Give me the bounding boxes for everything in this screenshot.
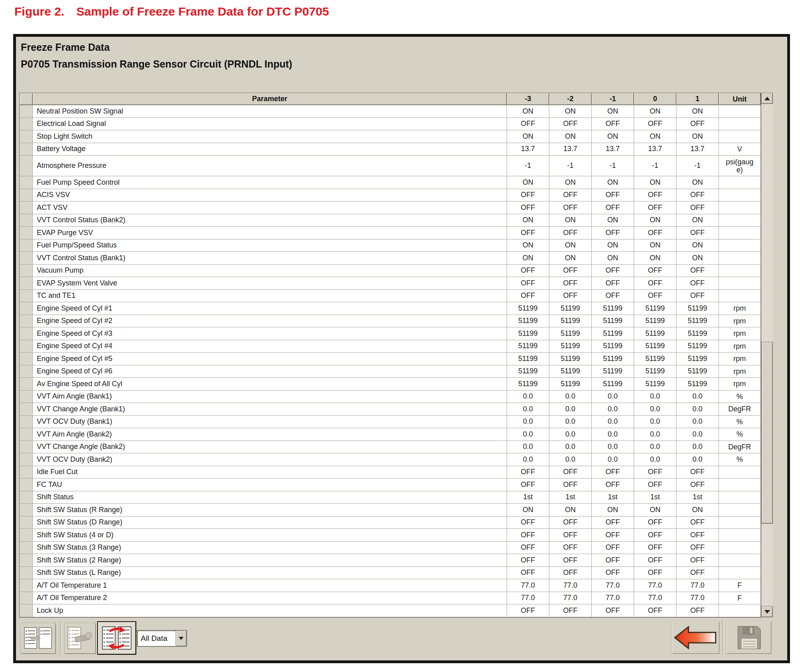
row-gutter-cell — [20, 143, 33, 156]
transfer-lists-icon — [101, 625, 133, 651]
table-row[interactable]: Atmosphere Pressure-1-1-1-1-1psi(gauge) — [20, 156, 761, 176]
value-cell-1: 0.0 — [676, 391, 719, 403]
table-row[interactable]: Vacuum PumpOFFOFFOFFOFFOFF — [20, 265, 761, 277]
value-cell-0: OFF — [634, 118, 676, 131]
row-gutter-cell — [20, 189, 33, 202]
table-row[interactable]: TC and TE1OFFOFFOFFOFFOFF — [20, 290, 761, 303]
scroll-up-button[interactable] — [761, 93, 773, 104]
table-row[interactable]: Idle Fuel CutOFFOFFOFFOFFOFF — [20, 466, 761, 479]
table-row[interactable]: EVAP Purge VSVOFFOFFOFFOFFOFF — [20, 227, 761, 239]
header-zero[interactable]: 0 — [634, 93, 676, 105]
row-gutter-cell — [20, 416, 33, 429]
table-row[interactable]: Engine Speed of Cyl #5511995119951199511… — [20, 353, 761, 365]
value-cell-1: 0.0 — [676, 453, 719, 466]
dual-list-button[interactable] — [21, 623, 56, 654]
unit-cell — [719, 504, 761, 516]
table-row[interactable]: Engine Speed of Cyl #4511995119951199511… — [20, 340, 761, 353]
table-row[interactable]: Stop Light SwitchONONONONON — [20, 130, 761, 143]
header-minus1[interactable]: -1 — [592, 93, 634, 105]
scroll-down-button[interactable] — [761, 606, 773, 617]
table-row[interactable]: FC TAUOFFOFFOFFOFFOFF — [20, 479, 761, 491]
value-cell-1: 0.0 — [676, 428, 719, 441]
value-cell-0: ON — [634, 105, 676, 118]
table-row[interactable]: A/T Oil Temperature 277.077.077.077.077.… — [20, 592, 761, 605]
value-cell--1: ON — [592, 105, 634, 118]
figure-title: Figure 2.Sample of Freeze Frame Data for… — [14, 5, 329, 18]
table-row[interactable]: VVT Aim Angle (Bank2)0.00.00.00.00.0% — [20, 428, 761, 441]
table-row[interactable]: Shift SW Status (L Range)OFFOFFOFFOFFOFF — [20, 567, 761, 580]
value-cell--1: 0.0 — [592, 428, 634, 441]
parameter-cell: Idle Fuel Cut — [33, 466, 507, 479]
header-minus3[interactable]: -3 — [507, 93, 549, 105]
compare-lists-button[interactable] — [97, 621, 136, 655]
value-cell--1: 0.0 — [592, 453, 634, 466]
value-cell--3: OFF — [507, 466, 549, 479]
table-row[interactable]: Shift Status1st1st1st1st1st — [20, 491, 761, 504]
table-row[interactable]: Electrical Load SignalOFFOFFOFFOFFOFF — [20, 118, 761, 131]
table-row[interactable]: VVT Aim Angle (Bank1)0.00.00.00.00.0% — [20, 391, 761, 403]
save-button[interactable] — [726, 621, 772, 654]
table-row[interactable]: Av Engine Speed of All Cyl51199511995119… — [20, 378, 761, 391]
header-unit[interactable]: Unit — [719, 93, 761, 105]
scrollbar-thumb[interactable] — [761, 342, 773, 524]
unit-cell: F — [719, 579, 761, 592]
table-row[interactable]: Lock UpOFFOFFOFFOFFOFF — [20, 604, 761, 617]
parameter-cell: Electrical Load Signal — [33, 118, 507, 131]
value-cell--2: OFF — [549, 118, 592, 131]
value-cell--2: 51199 — [549, 302, 592, 315]
header-one[interactable]: 1 — [676, 93, 719, 105]
value-cell-1: OFF — [676, 290, 719, 303]
value-cell--2: 13.7 — [549, 143, 592, 156]
table-row[interactable]: Engine Speed of Cyl #6511995119951199511… — [20, 365, 761, 378]
table-row[interactable]: Fuel Pump/Speed StatusONONONONON — [20, 239, 761, 252]
table-row[interactable]: Battery Voltage13.713.713.713.713.7V — [20, 143, 761, 156]
table-row[interactable]: Shift SW Status (R Range)ONONONONON — [20, 504, 761, 516]
value-cell--3: -1 — [507, 156, 549, 176]
row-gutter-cell — [20, 516, 33, 529]
unit-cell: rpm — [719, 327, 761, 340]
table-row[interactable]: Shift SW Status (4 or D)OFFOFFOFFOFFOFF — [20, 529, 761, 542]
value-cell--2: 51199 — [549, 315, 592, 328]
value-cell--1: OFF — [592, 604, 634, 617]
row-gutter-cell — [20, 105, 33, 118]
table-row[interactable]: Neutral Position SW SignalONONONONON — [20, 105, 761, 118]
value-cell--2: ON — [549, 176, 592, 189]
value-cell--2: 1st — [549, 491, 592, 504]
data-filter-combobox[interactable]: All Data — [137, 630, 187, 647]
header-minus2[interactable]: -2 — [549, 93, 592, 105]
unit-cell: rpm — [719, 340, 761, 353]
parameter-cell: VVT Change Angle (Bank1) — [33, 403, 507, 416]
table-row[interactable]: Fuel Pump Speed ControlONONONONON — [20, 176, 761, 189]
combo-dropdown-button[interactable] — [176, 631, 186, 646]
header-parameter[interactable]: Parameter — [33, 93, 507, 105]
table-row[interactable]: ACIS VSVOFFOFFOFFOFFOFF — [20, 189, 761, 202]
table-row[interactable]: VVT Change Angle (Bank2)0.00.00.00.00.0D… — [20, 441, 761, 454]
toolbar-separator — [722, 620, 723, 655]
table-row[interactable]: Engine Speed of Cyl #3511995119951199511… — [20, 327, 761, 340]
value-cell--1: OFF — [592, 554, 634, 567]
list-tool-button[interactable] — [65, 623, 96, 654]
parameter-cell: VVT Aim Angle (Bank1) — [33, 391, 507, 403]
table-row[interactable]: VVT OCV Duty (Bank1)0.00.00.00.00.0% — [20, 416, 761, 429]
table-row[interactable]: VVT OCV Duty (Bank2)0.00.00.00.00.0% — [20, 453, 761, 466]
value-cell-0: OFF — [634, 554, 676, 567]
value-cell-1: 13.7 — [676, 143, 719, 156]
table-row[interactable]: Shift SW Status (D Range)OFFOFFOFFOFFOFF — [20, 516, 761, 529]
back-arrow-icon — [673, 624, 718, 651]
table-row[interactable]: VVT Control Status (Bank1)ONONONONON — [20, 252, 761, 265]
vertical-scrollbar[interactable] — [761, 93, 773, 617]
table-row[interactable]: VVT Change Angle (Bank1)0.00.00.00.00.0D… — [20, 403, 761, 416]
table-row[interactable]: Shift SW Status (2 Range)OFFOFFOFFOFFOFF — [20, 554, 761, 567]
table-row[interactable]: A/T Oil Temperature 177.077.077.077.077.… — [20, 579, 761, 592]
value-cell-1: ON — [676, 214, 719, 227]
table-row[interactable]: VVT Control Status (Bank2)ONONONONON — [20, 214, 761, 227]
value-cell--2: 0.0 — [549, 441, 592, 454]
table-row[interactable]: Shift SW Status (3 Range)OFFOFFOFFOFFOFF — [20, 542, 761, 554]
value-cell-0: 51199 — [634, 340, 676, 353]
table-row[interactable]: Engine Speed of Cyl #1511995119951199511… — [20, 302, 761, 315]
value-cell-1: 51199 — [676, 340, 719, 353]
table-row[interactable]: EVAP System Vent ValveOFFOFFOFFOFFOFF — [20, 277, 761, 290]
table-row[interactable]: Engine Speed of Cyl #2511995119951199511… — [20, 315, 761, 328]
table-row[interactable]: ACT VSVOFFOFFOFFOFFOFF — [20, 201, 761, 214]
back-button[interactable] — [672, 621, 720, 654]
